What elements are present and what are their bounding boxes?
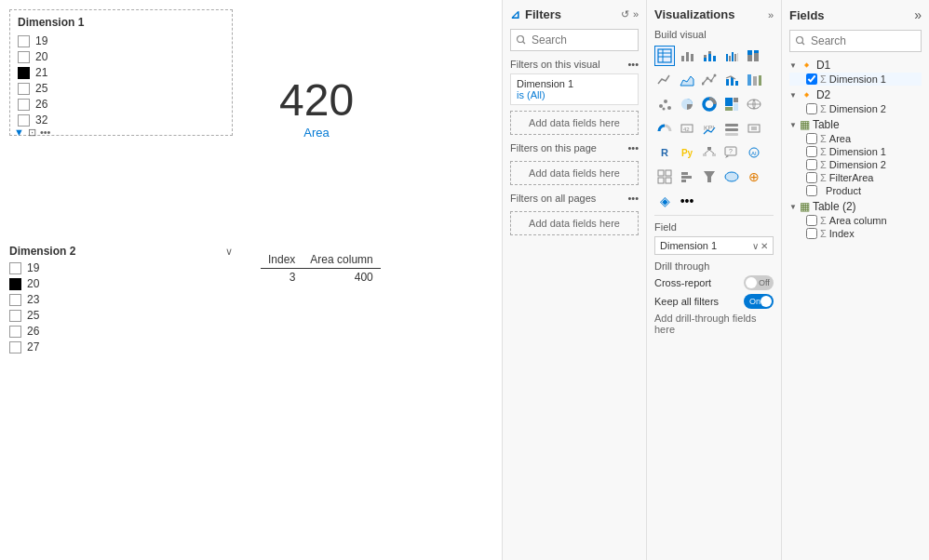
svg-rect-37 (725, 98, 733, 106)
dim1-item-25[interactable]: 25 (18, 82, 224, 95)
viz-line-markers-icon[interactable] (699, 70, 720, 90)
expand-viz-icon[interactable]: » (768, 9, 774, 20)
svg-rect-5 (686, 52, 689, 61)
viz-decomp-icon[interactable] (699, 142, 720, 163)
tree-group-d2-header[interactable]: 🔸 D2 (789, 87, 922, 102)
tree-item-index[interactable]: Σ Index (789, 227, 922, 240)
filters-allpages-more[interactable]: ••• (627, 193, 639, 204)
dim2-checkbox[interactable] (806, 103, 817, 114)
dim1-item-32[interactable]: 32 (18, 113, 224, 127)
viz-table-icon[interactable] (654, 46, 675, 66)
cross-report-toggle[interactable]: Off (744, 275, 774, 290)
filters-page-more[interactable]: ••• (627, 142, 639, 153)
keep-filters-toggle[interactable]: On (744, 294, 774, 309)
viz-treemap-icon[interactable] (721, 94, 742, 114)
tree-item-product[interactable]: Product (789, 184, 922, 197)
refresh-icon[interactable]: ↺ (621, 8, 629, 20)
svg-point-32 (659, 104, 663, 108)
viz-area-icon[interactable] (677, 70, 697, 90)
svg-point-34 (667, 106, 671, 110)
table-dim1-checkbox[interactable] (806, 146, 817, 157)
filter-search-input[interactable] (510, 29, 639, 51)
expand-filters-icon[interactable]: » (633, 8, 639, 20)
dim2-item-25[interactable]: 25 (9, 309, 242, 322)
viz-filled-map-icon[interactable] (721, 167, 742, 187)
viz-map-icon[interactable] (744, 94, 764, 114)
filterarea-checkbox[interactable] (806, 172, 817, 183)
viz-slicer-icon[interactable] (721, 118, 742, 139)
dim1-item-20[interactable]: 20 (18, 50, 224, 63)
viz-matrix-icon[interactable] (654, 167, 675, 187)
viz-r-icon[interactable]: R (654, 142, 675, 163)
viz-smart-icon[interactable]: ◈ (654, 191, 675, 211)
viz-bar-icon[interactable] (677, 46, 697, 66)
dim2-item-27[interactable]: 27 (9, 340, 242, 353)
viz-donut-icon[interactable] (699, 94, 720, 114)
add-fields-visual[interactable]: Add data fields here (510, 111, 639, 135)
table-dim2-checkbox[interactable] (806, 159, 817, 170)
tree-group-d1-header[interactable]: 🔸 D1 (789, 58, 922, 73)
area-checkbox[interactable] (806, 133, 817, 144)
tree-item-dim2[interactable]: Σ Dimension 2 (789, 102, 922, 115)
filters-this-page: Filters on this page ••• Add data fields… (510, 142, 639, 185)
viz-bar-line-icon[interactable] (721, 70, 742, 90)
fields-search-input[interactable] (789, 30, 922, 52)
tree-item-area[interactable]: Σ Area (789, 132, 922, 145)
viz-ellipsis[interactable]: ••• (677, 191, 697, 211)
index-checkbox[interactable] (806, 228, 817, 239)
viz-ai-icon[interactable]: AI (744, 142, 764, 163)
tree-item-dim1[interactable]: Σ Dimension 1 (789, 73, 922, 86)
dim2-item-23[interactable]: 23 (9, 293, 242, 306)
viz-line-icon[interactable] (654, 70, 675, 90)
viz-funnel-icon[interactable] (699, 167, 720, 187)
viz-stacked-bar-icon[interactable] (699, 46, 720, 66)
viz-custom-icon[interactable]: ⊕ (744, 167, 764, 187)
viz-kpi-icon[interactable]: KPI (699, 118, 720, 139)
viz-100pct-icon[interactable] (744, 46, 764, 66)
sigma-area: Σ (820, 133, 827, 144)
viz-qna-icon[interactable]: ? (721, 142, 742, 163)
dim2-title: Dimension 2 (9, 245, 75, 258)
field-input[interactable]: Dimension 1 ∨ ✕ (654, 236, 774, 255)
expand-icon[interactable]: ⊡ (28, 127, 36, 139)
svg-rect-27 (731, 77, 734, 86)
field-expand-btn[interactable]: ∨ (752, 241, 759, 251)
viz-card-icon[interactable]: 42 (677, 118, 697, 139)
svg-rect-4 (681, 56, 684, 61)
filterarea-label: FilterArea (829, 172, 874, 183)
viz-more-icon[interactable] (744, 118, 764, 139)
tree-item-filterarea[interactable]: Σ FilterArea (789, 171, 922, 184)
dim2-item-26[interactable]: 26 (9, 325, 242, 338)
add-fields-allpages[interactable]: Add data fields here (510, 211, 639, 235)
dim2-item-19[interactable]: 19 (9, 261, 242, 274)
field-clear-btn[interactable]: ✕ (761, 241, 768, 251)
filters-visual-more[interactable]: ••• (627, 59, 639, 70)
viz-ribbon-icon[interactable] (744, 70, 764, 90)
tree-item-table-dim2[interactable]: Σ Dimension 2 (789, 158, 922, 171)
area-column-checkbox[interactable] (806, 215, 817, 226)
dim2-chevron[interactable]: ∨ (225, 246, 233, 258)
dim1-item-21[interactable]: 21 (18, 66, 224, 79)
tree-item-table-dim1[interactable]: Σ Dimension 1 (789, 145, 922, 158)
filter-icon[interactable]: ▼ (14, 127, 24, 139)
dim1-item-19[interactable]: 19 (18, 34, 224, 47)
expand-fields-icon[interactable]: » (914, 7, 922, 22)
more-icon[interactable]: ••• (40, 127, 51, 139)
dim1-checkbox[interactable] (806, 73, 817, 85)
viz-pie-icon[interactable] (677, 94, 697, 114)
viz-clustered-bar-icon[interactable] (721, 46, 742, 66)
product-checkbox[interactable] (806, 185, 817, 196)
add-fields-page[interactable]: Add data fields here (510, 161, 639, 185)
tree-group-table2-header[interactable]: ▦ Table (2) (789, 199, 922, 214)
viz-gauge-icon[interactable] (654, 118, 675, 139)
viz-bar2-icon[interactable] (677, 167, 697, 187)
tree-group-table-header[interactable]: ▦ Table (789, 117, 922, 132)
tree-item-area-column[interactable]: Σ Area column (789, 214, 922, 227)
dim1-item-26[interactable]: 26 (18, 98, 224, 111)
dim2-item-20[interactable]: 20 (9, 277, 242, 290)
fields-panel: Fields » 🔸 D1 Σ Dimension 1 🔸 D2 Σ (782, 0, 929, 560)
svg-rect-53 (703, 153, 707, 156)
viz-scatter-icon[interactable] (654, 94, 675, 114)
viz-py-icon[interactable]: Py (677, 142, 697, 163)
filter-chip-dim1[interactable]: Dimension 1 is (All) (510, 73, 639, 105)
